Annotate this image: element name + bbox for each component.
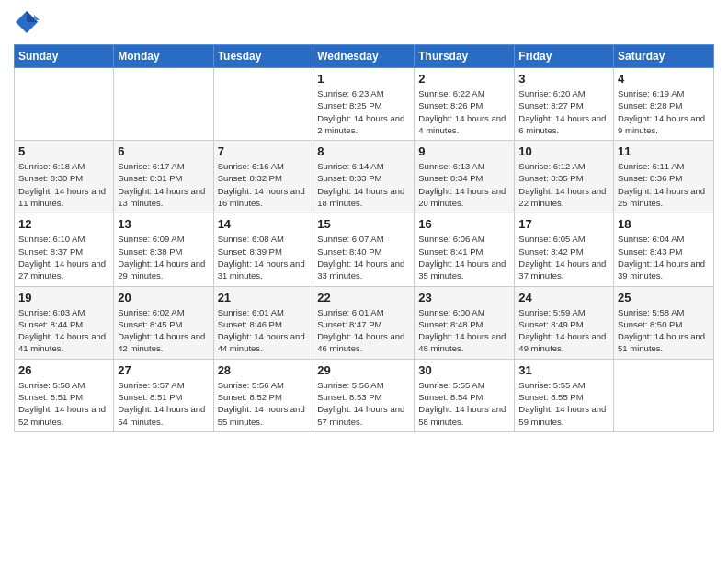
day-number: 31 — [518, 363, 609, 377]
calendar-cell: 10Sunrise: 6:12 AMSunset: 8:35 PMDayligh… — [515, 141, 614, 213]
day-info: Sunrise: 6:06 AMSunset: 8:41 PMDaylight:… — [418, 233, 510, 282]
svg-marker-1 — [27, 11, 38, 22]
calendar-cell: 24Sunrise: 5:59 AMSunset: 8:49 PMDayligh… — [515, 286, 614, 359]
calendar-cell: 20Sunrise: 6:02 AMSunset: 8:45 PMDayligh… — [114, 286, 213, 359]
day-number: 15 — [317, 217, 410, 231]
calendar-cell: 5Sunrise: 6:18 AMSunset: 8:30 PMDaylight… — [15, 141, 114, 213]
calendar-cell: 13Sunrise: 6:09 AMSunset: 8:38 PMDayligh… — [114, 213, 213, 286]
day-number: 23 — [418, 291, 510, 304]
week-row-3: 12Sunrise: 6:10 AMSunset: 8:37 PMDayligh… — [15, 213, 714, 286]
calendar-cell: 26Sunrise: 5:58 AMSunset: 8:51 PMDayligh… — [15, 359, 114, 431]
day-number: 4 — [618, 72, 710, 86]
day-number: 25 — [618, 291, 710, 304]
weekday-header-wednesday: Wednesday — [313, 45, 415, 68]
day-number: 5 — [18, 144, 109, 158]
day-info: Sunrise: 5:55 AMSunset: 8:55 PMDaylight:… — [518, 379, 609, 428]
day-number: 20 — [118, 291, 209, 304]
day-info: Sunrise: 6:17 AMSunset: 8:31 PMDaylight:… — [118, 160, 209, 209]
day-info: Sunrise: 6:16 AMSunset: 8:32 PMDaylight:… — [218, 160, 310, 209]
page: SundayMondayTuesdayWednesdayThursdayFrid… — [0, 0, 728, 442]
calendar-cell: 16Sunrise: 6:06 AMSunset: 8:41 PMDayligh… — [415, 213, 515, 286]
day-info: Sunrise: 6:09 AMSunset: 8:38 PMDaylight:… — [118, 233, 209, 282]
day-number: 6 — [118, 144, 209, 158]
calendar-cell: 22Sunrise: 6:01 AMSunset: 8:47 PMDayligh… — [313, 286, 415, 359]
day-number: 3 — [518, 72, 609, 86]
day-number: 19 — [18, 291, 109, 304]
day-number: 24 — [518, 291, 609, 304]
day-number: 14 — [218, 217, 310, 231]
weekday-header-saturday: Saturday — [614, 45, 714, 68]
day-info: Sunrise: 6:22 AMSunset: 8:26 PMDaylight:… — [418, 87, 510, 136]
day-number: 8 — [317, 144, 410, 158]
logo — [14, 9, 41, 35]
day-info: Sunrise: 6:04 AMSunset: 8:43 PMDaylight:… — [618, 233, 710, 282]
calendar-table: SundayMondayTuesdayWednesdayThursdayFrid… — [14, 44, 714, 432]
calendar-cell: 9Sunrise: 6:13 AMSunset: 8:34 PMDaylight… — [415, 141, 515, 213]
day-number: 9 — [418, 144, 510, 158]
day-info: Sunrise: 6:07 AMSunset: 8:40 PMDaylight:… — [317, 233, 410, 282]
day-number: 28 — [218, 363, 310, 377]
day-info: Sunrise: 6:03 AMSunset: 8:44 PMDaylight:… — [18, 306, 109, 355]
day-number: 16 — [418, 217, 510, 231]
week-row-2: 5Sunrise: 6:18 AMSunset: 8:30 PMDaylight… — [15, 141, 714, 213]
header — [14, 9, 714, 35]
day-number: 30 — [418, 363, 510, 377]
calendar-cell: 31Sunrise: 5:55 AMSunset: 8:55 PMDayligh… — [515, 359, 614, 431]
day-info: Sunrise: 5:58 AMSunset: 8:51 PMDaylight:… — [18, 379, 109, 428]
day-info: Sunrise: 5:56 AMSunset: 8:52 PMDaylight:… — [218, 379, 310, 428]
weekday-header-sunday: Sunday — [15, 45, 114, 68]
calendar-cell: 18Sunrise: 6:04 AMSunset: 8:43 PMDayligh… — [614, 213, 714, 286]
svg-marker-2 — [34, 15, 40, 20]
weekday-header-monday: Monday — [114, 45, 213, 68]
weekday-header-thursday: Thursday — [415, 45, 515, 68]
calendar-cell: 17Sunrise: 6:05 AMSunset: 8:42 PMDayligh… — [515, 213, 614, 286]
calendar-cell: 7Sunrise: 6:16 AMSunset: 8:32 PMDaylight… — [213, 141, 313, 213]
day-info: Sunrise: 6:08 AMSunset: 8:39 PMDaylight:… — [218, 233, 310, 282]
calendar-cell: 27Sunrise: 5:57 AMSunset: 8:51 PMDayligh… — [114, 359, 213, 431]
week-row-4: 19Sunrise: 6:03 AMSunset: 8:44 PMDayligh… — [15, 286, 714, 359]
day-info: Sunrise: 6:01 AMSunset: 8:47 PMDaylight:… — [317, 306, 410, 355]
day-info: Sunrise: 6:23 AMSunset: 8:25 PMDaylight:… — [317, 87, 410, 136]
calendar-cell: 2Sunrise: 6:22 AMSunset: 8:26 PMDaylight… — [415, 68, 515, 141]
calendar-cell: 6Sunrise: 6:17 AMSunset: 8:31 PMDaylight… — [114, 141, 213, 213]
week-row-5: 26Sunrise: 5:58 AMSunset: 8:51 PMDayligh… — [15, 359, 714, 431]
day-info: Sunrise: 6:12 AMSunset: 8:35 PMDaylight:… — [518, 160, 609, 209]
weekday-header-row: SundayMondayTuesdayWednesdayThursdayFrid… — [15, 45, 714, 68]
calendar-cell: 15Sunrise: 6:07 AMSunset: 8:40 PMDayligh… — [313, 213, 415, 286]
calendar-cell: 29Sunrise: 5:56 AMSunset: 8:53 PMDayligh… — [313, 359, 415, 431]
day-info: Sunrise: 6:19 AMSunset: 8:28 PMDaylight:… — [618, 87, 710, 136]
weekday-header-friday: Friday — [515, 45, 614, 68]
day-info: Sunrise: 5:58 AMSunset: 8:50 PMDaylight:… — [618, 306, 710, 355]
day-number: 10 — [518, 144, 609, 158]
day-info: Sunrise: 6:02 AMSunset: 8:45 PMDaylight:… — [118, 306, 209, 355]
day-number: 13 — [118, 217, 209, 231]
calendar-cell: 14Sunrise: 6:08 AMSunset: 8:39 PMDayligh… — [213, 213, 313, 286]
day-number: 1 — [317, 72, 410, 86]
day-info: Sunrise: 6:00 AMSunset: 8:48 PMDaylight:… — [418, 306, 510, 355]
day-info: Sunrise: 6:01 AMSunset: 8:46 PMDaylight:… — [218, 306, 310, 355]
day-number: 18 — [618, 217, 710, 231]
day-number: 22 — [317, 291, 410, 304]
calendar-cell: 8Sunrise: 6:14 AMSunset: 8:33 PMDaylight… — [313, 141, 415, 213]
logo-icon — [14, 9, 40, 35]
calendar-cell: 4Sunrise: 6:19 AMSunset: 8:28 PMDaylight… — [614, 68, 714, 141]
day-number: 26 — [18, 363, 109, 377]
calendar-cell — [614, 359, 714, 431]
day-info: Sunrise: 6:20 AMSunset: 8:27 PMDaylight:… — [518, 87, 609, 136]
calendar-cell: 23Sunrise: 6:00 AMSunset: 8:48 PMDayligh… — [415, 286, 515, 359]
day-number: 17 — [518, 217, 609, 231]
calendar-cell: 28Sunrise: 5:56 AMSunset: 8:52 PMDayligh… — [213, 359, 313, 431]
day-info: Sunrise: 6:18 AMSunset: 8:30 PMDaylight:… — [18, 160, 109, 209]
calendar-cell — [213, 68, 313, 141]
day-number: 27 — [118, 363, 209, 377]
day-number: 12 — [18, 217, 109, 231]
calendar-cell: 21Sunrise: 6:01 AMSunset: 8:46 PMDayligh… — [213, 286, 313, 359]
calendar-cell — [114, 68, 213, 141]
calendar-cell: 30Sunrise: 5:55 AMSunset: 8:54 PMDayligh… — [415, 359, 515, 431]
day-info: Sunrise: 5:56 AMSunset: 8:53 PMDaylight:… — [317, 379, 410, 428]
calendar-cell: 25Sunrise: 5:58 AMSunset: 8:50 PMDayligh… — [614, 286, 714, 359]
day-number: 2 — [418, 72, 510, 86]
weekday-header-tuesday: Tuesday — [213, 45, 313, 68]
calendar-cell: 11Sunrise: 6:11 AMSunset: 8:36 PMDayligh… — [614, 141, 714, 213]
calendar-cell: 19Sunrise: 6:03 AMSunset: 8:44 PMDayligh… — [15, 286, 114, 359]
